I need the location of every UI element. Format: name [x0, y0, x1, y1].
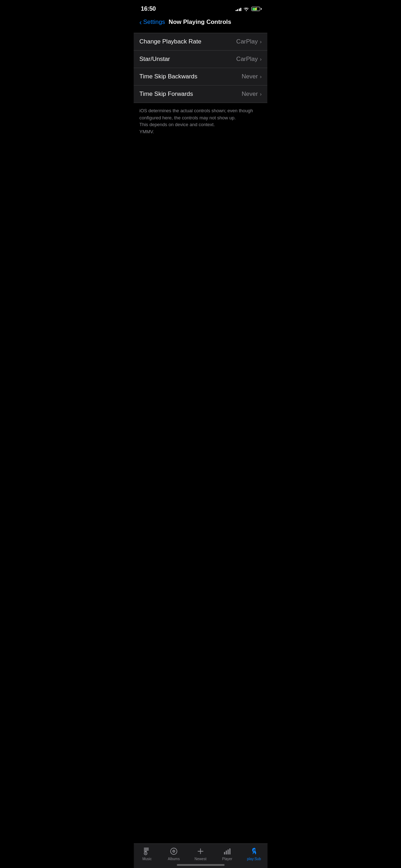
- row-label-change-playback-rate: Change Playback Rate: [139, 38, 201, 45]
- row-value-text-time-skip-forwards: Never: [242, 91, 258, 98]
- chevron-right-icon-change-playback-rate: ›: [260, 39, 262, 45]
- settings-row-star-unstar[interactable]: Star/Unstar CarPlay ›: [134, 51, 267, 68]
- back-chevron-icon: ‹: [139, 19, 142, 26]
- footer-note-text: iOS determines the actual controls shown…: [139, 108, 253, 134]
- battery-icon: ⚡: [251, 7, 260, 11]
- page-title: Now Playing Controls: [169, 19, 231, 26]
- chevron-right-icon-star-unstar: ›: [260, 56, 262, 62]
- row-value-time-skip-backwards: Never ›: [242, 73, 262, 80]
- back-label: Settings: [143, 19, 165, 26]
- settings-list: Change Playback Rate CarPlay › Star/Unst…: [134, 33, 267, 103]
- row-label-time-skip-forwards: Time Skip Forwards: [139, 91, 193, 98]
- row-label-time-skip-backwards: Time Skip Backwards: [139, 73, 197, 80]
- row-value-text-star-unstar: CarPlay: [236, 56, 258, 63]
- row-value-time-skip-forwards: Never ›: [242, 91, 262, 98]
- settings-row-time-skip-backwards[interactable]: Time Skip Backwards Never ›: [134, 68, 267, 86]
- nav-header: ‹ Settings Now Playing Controls: [134, 16, 267, 31]
- wifi-icon: [243, 7, 249, 11]
- settings-row-time-skip-forwards[interactable]: Time Skip Forwards Never ›: [134, 86, 267, 103]
- back-button[interactable]: ‹ Settings: [139, 19, 165, 26]
- signal-icon: [236, 7, 242, 11]
- footer-note: iOS determines the actual controls shown…: [134, 103, 267, 139]
- row-label-star-unstar: Star/Unstar: [139, 56, 170, 63]
- row-value-change-playback-rate: CarPlay ›: [236, 38, 262, 45]
- status-time: 16:50: [141, 5, 156, 12]
- settings-row-change-playback-rate[interactable]: Change Playback Rate CarPlay ›: [134, 33, 267, 51]
- row-value-star-unstar: CarPlay ›: [236, 56, 262, 63]
- status-icons: ⚡: [236, 7, 261, 11]
- row-value-text-time-skip-backwards: Never: [242, 73, 258, 80]
- status-bar: 16:50 ⚡: [134, 0, 267, 16]
- row-value-text-change-playback-rate: CarPlay: [236, 38, 258, 45]
- chevron-right-icon-time-skip-backwards: ›: [260, 74, 262, 79]
- chevron-right-icon-time-skip-forwards: ›: [260, 91, 262, 97]
